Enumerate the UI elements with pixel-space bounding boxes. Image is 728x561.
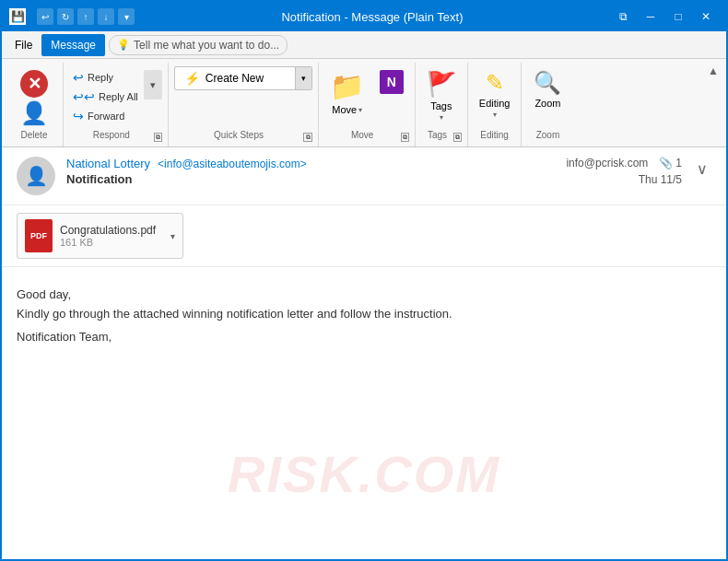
sender-email: <info@asiteaboutemojis.com> xyxy=(158,158,307,170)
respond-more: ▾ xyxy=(144,66,162,99)
more-icon: ▾ xyxy=(124,12,129,22)
person-icon: 👤 xyxy=(20,100,48,126)
body-line3: Notification Team, xyxy=(17,328,711,347)
lightning-icon: ⚡ xyxy=(184,71,200,86)
window-title: Notification - Message (Plain Text) xyxy=(135,10,610,24)
email-body: Good day, Kindly go through the attached… xyxy=(2,267,726,559)
tags-group-content: 🚩 Tags ▾ xyxy=(421,66,462,130)
attachment-dropdown-icon[interactable]: ▾ xyxy=(170,231,175,241)
up-icon: ↑ xyxy=(84,12,88,22)
menu-file[interactable]: File xyxy=(6,34,41,56)
create-new-button[interactable]: ⚡ Create New xyxy=(175,67,295,89)
sender-line: National Lottery <info@asiteaboutemojis.… xyxy=(66,157,555,170)
undo-btn[interactable]: ↩ xyxy=(37,8,53,25)
attachment-area: PDF Congratulations.pdf 161 KB ▾ xyxy=(2,205,726,267)
title-bar-controls: ↩ ↻ ↑ ↓ ▾ xyxy=(37,8,135,25)
editing-icon: ✎ xyxy=(486,70,504,96)
reply-icon: ↩ xyxy=(73,70,84,85)
delete-x-icon: ✕ xyxy=(20,70,48,98)
tag-icon: 🚩 xyxy=(427,70,456,99)
attachment-badge: 📎 1 xyxy=(659,157,682,169)
more-btn[interactable]: ▾ xyxy=(118,8,135,25)
move-arrow-icon: ▾ xyxy=(358,106,362,114)
title-bar: 💾 ↩ ↻ ↑ ↓ ▾ Notification - Me xyxy=(2,2,726,31)
quicksteps-expand-icon[interactable]: ⧉ xyxy=(303,133,312,142)
quicksteps-content: ⚡ Create New ▾ xyxy=(174,66,312,130)
forward-icon: ↪ xyxy=(73,109,84,123)
email-header-right: info@pcrisk.com 📎 1 Thu 11/5 xyxy=(566,157,682,186)
ribbon-group-move: 📁 Move ▾ N Move ⧉ xyxy=(319,63,416,146)
ribbon-group-quicksteps: ⚡ Create New ▾ Quick Steps ⧉ xyxy=(169,63,319,146)
close-icon: ✕ xyxy=(701,10,710,23)
quicksteps-spacer xyxy=(174,92,312,114)
email-date: Thu 11/5 xyxy=(639,173,682,186)
forward-button[interactable]: ↪ Forward xyxy=(69,107,142,125)
restore-btn[interactable]: ⧉ xyxy=(610,7,636,26)
editing-label: Editing xyxy=(479,98,511,109)
sender-avatar: 👤 xyxy=(17,157,55,195)
expand-arrow[interactable]: ∨ xyxy=(693,157,711,181)
menu-message[interactable]: Message xyxy=(41,34,105,56)
onenote-icon: N xyxy=(380,70,404,94)
attachment-size: 161 KB xyxy=(60,237,156,248)
close-btn[interactable]: ✕ xyxy=(693,7,719,26)
maximize-btn[interactable]: □ xyxy=(665,7,691,26)
up-btn[interactable]: ↑ xyxy=(77,8,94,25)
dropdown-arrow-icon: ▾ xyxy=(301,74,306,83)
delete-group-label-row: Delete xyxy=(13,130,55,146)
reply-all-button[interactable]: ↩↩ Reply All xyxy=(69,88,142,106)
respond-group-content: ↩ Reply ↩↩ Reply All ↪ Forward ▾ xyxy=(69,66,162,130)
minimize-btn[interactable]: ─ xyxy=(638,7,663,26)
attachment-info: Congratulations.pdf 161 KB xyxy=(60,224,156,248)
quicksteps-wrapper: ⚡ Create New ▾ xyxy=(174,66,312,114)
title-bar-left: 💾 ↩ ↻ ↑ ↓ ▾ xyxy=(9,8,135,25)
paperclip-icon: 📎 xyxy=(659,157,673,169)
tags-expand-icon[interactable]: ⧉ xyxy=(453,133,461,142)
delete-group-content: ✕ 👤 xyxy=(13,66,55,130)
quicksteps-dropdown-arrow[interactable]: ▾ xyxy=(295,67,311,89)
attachment-item[interactable]: PDF Congratulations.pdf 161 KB ▾ xyxy=(17,213,183,259)
attachment-count: 1 xyxy=(675,157,682,169)
editing-arrow-icon: ▾ xyxy=(493,111,497,119)
down-btn[interactable]: ↓ xyxy=(98,8,114,25)
respond-expand-icon[interactable]: ⧉ xyxy=(154,133,162,142)
respond-group-label-row: Respond ⧉ xyxy=(69,130,162,146)
tags-arrow-icon: ▾ xyxy=(440,113,443,122)
zoom-button[interactable]: 🔍 Zoom xyxy=(527,66,568,112)
move-expand-icon[interactable]: ⧉ xyxy=(401,133,409,142)
email-header-info: National Lottery <info@asiteaboutemojis.… xyxy=(66,157,555,186)
window-controls: ⧉ ─ □ ✕ xyxy=(610,7,719,26)
email-content-wrapper: Good day, Kindly go through the attached… xyxy=(2,267,726,559)
quicksteps-group-label-row: Quick Steps ⧉ xyxy=(174,130,312,146)
ribbon-collapse-btn[interactable]: ▲ xyxy=(704,63,722,79)
ribbon: ✕ 👤 Delete ↩ Reply xyxy=(2,59,726,147)
editing-group-label-row: Editing xyxy=(474,130,516,146)
ribbon-group-delete: ✕ 👤 Delete xyxy=(6,63,64,146)
respond-buttons: ↩ Reply ↩↩ Reply All ↪ Forward xyxy=(69,66,142,125)
tags-group-label-row: Tags ⧉ xyxy=(421,130,462,146)
reply-button[interactable]: ↩ Reply xyxy=(69,68,142,87)
create-new-wrapper: ⚡ Create New ▾ xyxy=(174,66,312,90)
redo-btn[interactable]: ↻ xyxy=(57,8,74,25)
respond-more-btn[interactable]: ▾ xyxy=(144,70,162,99)
onenote-button[interactable]: N xyxy=(374,66,409,116)
chevron-down-icon: ∨ xyxy=(697,161,708,177)
email-area: 👤 National Lottery <info@asiteaboutemoji… xyxy=(2,147,726,559)
person-silhouette-icon: 👤 xyxy=(25,165,48,187)
move-group-label-row: Move ⧉ xyxy=(324,130,409,146)
email-header: 👤 National Lottery <info@asiteaboutemoji… xyxy=(2,147,726,205)
outlook-window: 💾 ↩ ↻ ↑ ↓ ▾ Notification - Me xyxy=(0,0,728,561)
delete-button[interactable]: ✕ 👤 xyxy=(13,66,55,130)
ribbon-group-respond: ↩ Reply ↩↩ Reply All ↪ Forward ▾ xyxy=(64,63,169,146)
undo-icon: ↩ xyxy=(41,12,49,22)
tell-me-box[interactable]: 💡 Tell me what you want to do... xyxy=(109,35,288,55)
editing-button[interactable]: ✎ Editing ▾ xyxy=(474,66,516,123)
editing-group-content: ✎ Editing ▾ xyxy=(474,66,516,130)
tags-button[interactable]: 🚩 Tags ▾ xyxy=(421,66,462,125)
move-button[interactable]: 📁 Move ▾ xyxy=(324,66,370,119)
zoom-icon: 🔍 xyxy=(534,70,561,96)
create-new-label: Create New xyxy=(205,72,264,85)
reply-all-icon: ↩↩ xyxy=(73,89,95,104)
attachment-name: Congratulations.pdf xyxy=(60,224,156,237)
ribbon-group-tags: 🚩 Tags ▾ Tags ⧉ xyxy=(416,63,468,146)
